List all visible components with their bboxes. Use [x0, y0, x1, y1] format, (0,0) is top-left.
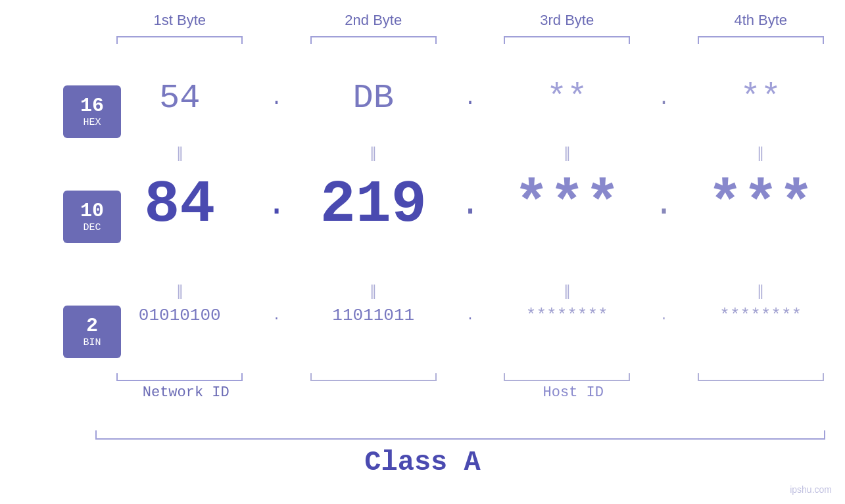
bracket-bot-2 [310, 373, 437, 381]
byte-header-3: 3rd Byte [483, 12, 652, 29]
network-id-label: Network ID [143, 384, 229, 401]
bracket-top-1 [116, 36, 243, 44]
byte-header-2: 2nd Byte [289, 12, 458, 29]
class-label-row: Class A [0, 447, 845, 478]
bracket-bot-1 [116, 373, 243, 381]
bracket-top-4 [698, 36, 824, 44]
class-label: Class A [364, 447, 480, 478]
byte-headers-row: 1st Byte 2nd Byte 3rd Byte 4th Byte [95, 12, 845, 29]
main-layout: 1st Byte 2nd Byte 3rd Byte 4th Byte [0, 0, 845, 504]
equals-row-1: ‖ ‖ ‖ ‖ [95, 145, 845, 162]
byte-header-4: 4th Byte [677, 12, 846, 29]
class-bracket [95, 430, 825, 440]
byte-header-1: 1st Byte [95, 12, 264, 29]
bracket-top-3 [504, 36, 630, 44]
watermark: ipshu.com [790, 484, 832, 496]
dec-row: 84 . 219 . *** . *** [95, 168, 845, 242]
bin-row: 01010100 . 11011011 . ******** . *******… [95, 306, 845, 325]
id-labels-row: Network ID Host ID [95, 384, 845, 401]
bracket-bot-4 [698, 373, 824, 381]
hex-row: 54 . DB . ** . ** [95, 79, 845, 118]
bracket-top-2 [310, 36, 437, 44]
equals-row-2: ‖ ‖ ‖ ‖ [95, 283, 845, 300]
bracket-bot-3 [504, 373, 630, 381]
top-brackets-row [95, 36, 845, 44]
bottom-brackets-row [95, 373, 845, 381]
host-id-label: Host ID [543, 384, 604, 401]
